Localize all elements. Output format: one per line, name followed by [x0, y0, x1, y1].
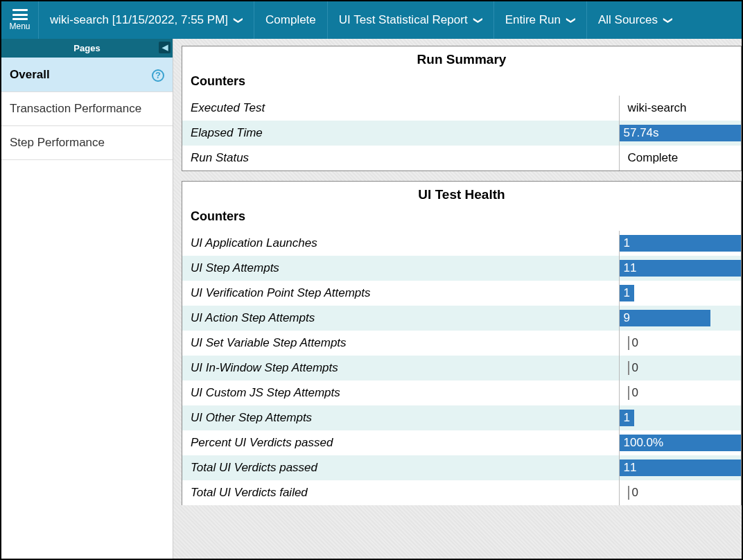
- sidebar-item-label: Transaction Performance: [10, 102, 141, 116]
- table-row: Total UI Verdicts failed0: [182, 480, 741, 505]
- menu-label: Menu: [9, 21, 30, 31]
- bar-value-text: 100.0%: [620, 436, 664, 450]
- bar-value-text: 1: [620, 411, 630, 425]
- panel-subtitle: Counters: [182, 205, 741, 231]
- row-label: Total UI Verdicts passed: [182, 455, 619, 480]
- row-value: 0: [619, 380, 741, 405]
- toolbar-item-label: Entire Run: [505, 13, 561, 27]
- row-label: Percent UI Verdicts passed: [182, 430, 619, 455]
- toolbar-item-0[interactable]: wiki-search [11/15/2022, 7:55 PM]❯: [39, 1, 254, 39]
- sidebar-title: Pages: [73, 43, 100, 53]
- table-row: Run StatusComplete: [182, 146, 741, 170]
- row-label: UI Application Launches: [182, 231, 619, 256]
- table-row: UI In-Window Step Attempts0: [182, 356, 741, 380]
- row-value: 1: [619, 281, 741, 306]
- toolbar-item-label: All Sources: [598, 13, 658, 27]
- zero-value: 0: [628, 386, 733, 400]
- row-label: Elapsed Time: [182, 121, 619, 146]
- panel-subtitle: Counters: [182, 70, 741, 96]
- row-label: UI Other Step Attempts: [182, 405, 619, 430]
- chevron-left-icon: ◀: [162, 43, 168, 52]
- bar-value-text: 1: [620, 236, 630, 250]
- top-toolbar: Menu wiki-search [11/15/2022, 7:55 PM]❯C…: [1, 1, 742, 39]
- hamburger-icon: [12, 9, 28, 20]
- row-label: UI Verification Point Step Attempts: [182, 281, 619, 306]
- bar-value-text: 11: [620, 261, 637, 275]
- table-row: UI Set Variable Step Attempts0: [182, 331, 741, 356]
- row-value: 57.74s: [619, 121, 741, 146]
- toolbar-item-4[interactable]: All Sources❯: [587, 1, 683, 39]
- bar-value-text: 9: [620, 311, 630, 325]
- chevron-down-icon: ❯: [663, 17, 674, 24]
- row-value: 11: [619, 256, 741, 281]
- table-row: Executed Testwiki-search: [182, 96, 741, 121]
- sidebar-collapse-button[interactable]: ◀: [159, 42, 171, 53]
- row-label: UI Step Attempts: [182, 256, 619, 281]
- row-label: UI Set Variable Step Attempts: [182, 331, 619, 356]
- table-row: UI Custom JS Step Attempts0: [182, 380, 741, 405]
- row-value: 0: [619, 356, 741, 380]
- toolbar-item-3[interactable]: Entire Run❯: [494, 1, 587, 39]
- sidebar-item-overall[interactable]: Overall?: [1, 58, 173, 92]
- table-row: Percent UI Verdicts passed100.0%: [182, 430, 741, 455]
- sidebar-item-step-performance[interactable]: Step Performance: [1, 126, 173, 160]
- bar-value-text: 11: [620, 461, 637, 475]
- table-row: Elapsed Time57.74s: [182, 121, 741, 146]
- table-row: UI Action Step Attempts9: [182, 306, 741, 331]
- row-value: 9: [619, 306, 741, 331]
- run-summary-table: Executed Testwiki-searchElapsed Time57.7…: [182, 96, 741, 170]
- toolbar-items: wiki-search [11/15/2022, 7:55 PM]❯Comple…: [39, 1, 742, 39]
- row-label: Run Status: [182, 146, 619, 170]
- sidebar-item-label: Overall: [10, 68, 50, 82]
- sidebar-header: Pages ◀: [1, 39, 173, 58]
- zero-value: 0: [628, 486, 733, 500]
- table-row: UI Step Attempts11: [182, 256, 741, 281]
- sidebar: Pages ◀ Overall?Transaction PerformanceS…: [1, 39, 173, 559]
- row-value: 1: [619, 405, 741, 430]
- toolbar-item-label: wiki-search [11/15/2022, 7:55 PM]: [50, 13, 228, 27]
- chevron-down-icon: ❯: [566, 17, 577, 24]
- sidebar-items: Overall?Transaction PerformanceStep Perf…: [1, 58, 173, 160]
- row-value: 100.0%: [619, 430, 741, 455]
- row-label: Executed Test: [182, 96, 619, 121]
- row-value: Complete: [619, 146, 741, 170]
- sidebar-item-transaction-performance[interactable]: Transaction Performance: [1, 92, 173, 126]
- row-label: UI In-Window Step Attempts: [182, 356, 619, 380]
- panel-title: UI Test Health: [182, 182, 741, 205]
- row-value: 1: [619, 231, 741, 256]
- toolbar-item-label: Complete: [265, 13, 316, 27]
- table-row: Total UI Verdicts passed11: [182, 455, 741, 480]
- row-value: wiki-search: [619, 96, 741, 121]
- app-body: Pages ◀ Overall?Transaction PerformanceS…: [1, 39, 742, 559]
- sidebar-item-label: Step Performance: [10, 136, 105, 150]
- chevron-down-icon: ❯: [473, 17, 484, 24]
- row-label: Total UI Verdicts failed: [182, 480, 619, 505]
- table-row: UI Verification Point Step Attempts1: [182, 281, 741, 306]
- row-value: 11: [619, 455, 741, 480]
- toolbar-item-label: UI Test Statistical Report: [339, 13, 468, 27]
- menu-button[interactable]: Menu: [1, 1, 39, 39]
- zero-value: 0: [628, 336, 733, 350]
- help-icon[interactable]: ?: [152, 67, 164, 82]
- panel-title: Run Summary: [182, 46, 741, 70]
- row-value: 0: [619, 331, 741, 356]
- row-label: UI Custom JS Step Attempts: [182, 380, 619, 405]
- panel-ui-test-health: UI Test Health Counters UI Application L…: [182, 181, 742, 505]
- chevron-down-icon: ❯: [234, 17, 244, 24]
- table-row: UI Other Step Attempts1: [182, 405, 741, 430]
- toolbar-item-1[interactable]: Complete: [254, 1, 328, 39]
- bar-value-text: 57.74s: [620, 126, 659, 140]
- row-value: 0: [619, 480, 741, 505]
- row-label: UI Action Step Attempts: [182, 306, 619, 331]
- zero-value: 0: [628, 361, 733, 375]
- ui-test-health-table: UI Application Launches1UI Step Attempts…: [182, 231, 741, 505]
- panel-run-summary: Run Summary Counters Executed Testwiki-s…: [182, 46, 742, 171]
- app-window: Menu wiki-search [11/15/2022, 7:55 PM]❯C…: [0, 0, 743, 560]
- bar-value-text: 1: [620, 286, 630, 300]
- toolbar-item-2[interactable]: UI Test Statistical Report❯: [328, 1, 494, 39]
- table-row: UI Application Launches1: [182, 231, 741, 256]
- content-area[interactable]: Run Summary Counters Executed Testwiki-s…: [173, 39, 742, 559]
